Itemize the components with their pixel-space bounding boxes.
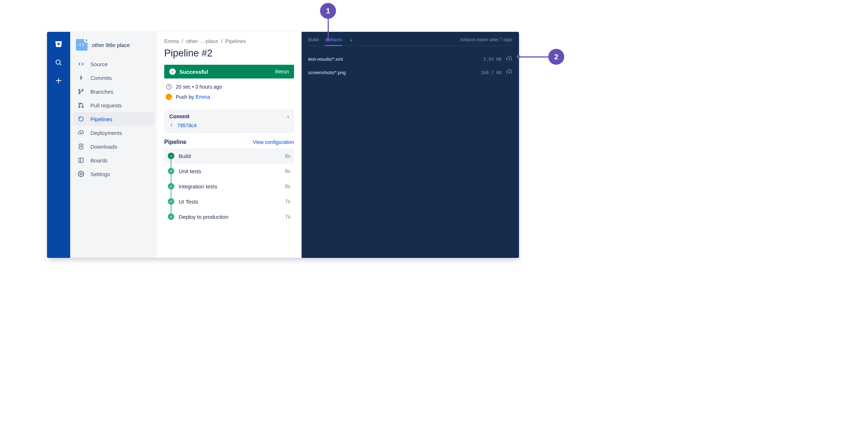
sidebar-item-label: Pull requests xyxy=(90,102,122,109)
artifact-size: 260.7 KB xyxy=(481,70,502,75)
commit-node-icon xyxy=(169,122,174,129)
rerun-button[interactable]: Rerun xyxy=(275,69,289,75)
add-tab-icon[interactable]: ＋ xyxy=(349,37,354,43)
pipeline-steps: Build 6s Unit tests 6s Integration tests… xyxy=(164,148,294,224)
tab-build[interactable]: Build xyxy=(308,37,319,46)
branch-icon xyxy=(77,88,85,95)
pipeline-step[interactable]: Build 6s xyxy=(164,148,294,163)
step-duration: 7s xyxy=(285,214,290,220)
repo-name: other little place xyxy=(92,42,130,48)
step-name: UI Tests xyxy=(179,199,198,205)
annotation-callout-1: 1 xyxy=(320,3,336,42)
sidebar-item-label: Deployments xyxy=(90,130,122,136)
step-success-icon xyxy=(168,198,174,205)
sidebar-item-source[interactable]: Source xyxy=(73,57,154,71)
svg-point-12 xyxy=(79,106,80,108)
gear-icon xyxy=(77,171,85,177)
artifacts-panel: Build Artifacts ＋ Artifacts expire after… xyxy=(302,32,519,258)
download-artifact-icon[interactable] xyxy=(506,55,512,63)
artifact-row: test-results/*.xml 5.93 KB xyxy=(308,52,512,66)
lock-icon xyxy=(84,38,89,43)
step-success-icon xyxy=(168,168,174,174)
step-name: Unit tests xyxy=(179,168,201,174)
pipeline-step[interactable]: UI Tests 7s xyxy=(164,194,294,209)
step-duration: 6s xyxy=(285,168,290,174)
download-icon xyxy=(77,143,85,150)
step-success-icon xyxy=(168,183,174,190)
main-content: Emma / other-…-place / Pipelines Pipelin… xyxy=(157,32,302,258)
sidebar-item-label: Commits xyxy=(90,75,112,81)
bitbucket-logo-icon[interactable] xyxy=(54,40,63,50)
chevron-right-icon: › xyxy=(287,113,289,119)
download-artifact-icon[interactable] xyxy=(506,69,512,76)
pipeline-step[interactable]: Deploy to production 7s xyxy=(164,209,294,224)
repo-header[interactable]: other little place xyxy=(73,39,154,57)
sidebar-item-settings[interactable]: Settings xyxy=(73,167,154,181)
pipelines-icon xyxy=(77,116,85,122)
sidebar-item-label: Branches xyxy=(90,89,113,95)
step-name: Build xyxy=(179,153,191,159)
artifact-row: screenshots/*.png 260.7 KB xyxy=(308,66,512,79)
artifact-size: 5.93 KB xyxy=(483,57,502,62)
pipeline-heading: Pipeline xyxy=(164,139,186,145)
step-duration: 6s xyxy=(285,183,290,189)
author-link[interactable]: Emma xyxy=(195,94,210,100)
sidebar-nav: Source Commits Branches Pull requests Pi… xyxy=(73,57,154,181)
sidebar-item-branches[interactable]: Branches xyxy=(73,85,154,98)
sidebar-item-downloads[interactable]: Downloads xyxy=(73,140,154,153)
author-avatar-icon xyxy=(166,94,172,100)
commit-card[interactable]: Commit › 79578c4 xyxy=(164,109,294,133)
annotation-callout-2: 2 xyxy=(516,49,564,65)
status-bar: Successful Rerun xyxy=(164,65,294,78)
sidebar-item-pipelines[interactable]: Pipelines xyxy=(73,112,154,126)
step-name: Integration tests xyxy=(179,183,217,190)
code-icon xyxy=(77,61,85,67)
step-duration: 7s xyxy=(285,199,290,204)
sidebar: other little place Source Commits Branch… xyxy=(70,32,157,258)
svg-point-11 xyxy=(79,103,80,105)
boards-icon xyxy=(77,157,85,163)
step-duration: 6s xyxy=(285,153,290,159)
view-configuration-link[interactable]: View configuration xyxy=(253,139,294,145)
artifact-name: test-results/*.xml xyxy=(308,56,343,62)
svg-point-5 xyxy=(80,77,82,79)
pipeline-step[interactable]: Integration tests 6s xyxy=(164,179,294,194)
cloud-up-icon xyxy=(77,129,85,136)
search-icon[interactable] xyxy=(55,59,63,68)
clock-icon xyxy=(166,84,172,90)
svg-point-9 xyxy=(82,89,84,91)
sidebar-item-label: Source xyxy=(90,61,108,67)
sidebar-item-label: Settings xyxy=(90,171,110,177)
app-frame: other little place Source Commits Branch… xyxy=(47,32,519,258)
sidebar-item-deployments[interactable]: Deployments xyxy=(73,126,154,140)
breadcrumb: Emma / other-…-place / Pipelines xyxy=(164,38,294,44)
sidebar-item-label: Downloads xyxy=(90,144,117,150)
sidebar-item-commits[interactable]: Commits xyxy=(73,71,154,85)
pipeline-step[interactable]: Unit tests 6s xyxy=(164,163,294,179)
sidebar-item-boards[interactable]: Boards xyxy=(73,153,154,167)
svg-line-1 xyxy=(60,64,61,65)
svg-point-21 xyxy=(171,125,172,126)
commit-hash-link[interactable]: 79578c4 xyxy=(177,123,197,128)
global-nav xyxy=(47,32,70,258)
breadcrumb-section[interactable]: Pipelines xyxy=(225,38,246,44)
page-title: Pipeline #2 xyxy=(164,48,294,59)
sidebar-item-pull-requests[interactable]: Pull requests xyxy=(73,98,154,112)
svg-point-10 xyxy=(79,93,80,94)
pull-request-icon xyxy=(77,102,85,109)
duration-text: 20 sec • 3 hours ago xyxy=(176,84,222,90)
svg-point-19 xyxy=(80,173,82,175)
artifacts-expire-notice: Artifacts expire after 7 days xyxy=(460,37,512,42)
create-icon[interactable] xyxy=(55,77,63,86)
step-name: Deploy to production xyxy=(179,214,229,220)
svg-point-0 xyxy=(56,60,60,64)
svg-rect-4 xyxy=(86,40,87,41)
breadcrumb-owner[interactable]: Emma xyxy=(164,38,179,44)
status-label: Successful xyxy=(179,69,208,75)
commit-icon xyxy=(77,75,85,81)
breadcrumb-repo[interactable]: other-…-place xyxy=(186,38,218,44)
artifact-name: screenshots/*.png xyxy=(308,70,346,75)
sidebar-item-label: Boards xyxy=(90,157,108,163)
push-by-text: Push by Emma xyxy=(176,94,210,100)
step-success-icon xyxy=(168,213,174,220)
